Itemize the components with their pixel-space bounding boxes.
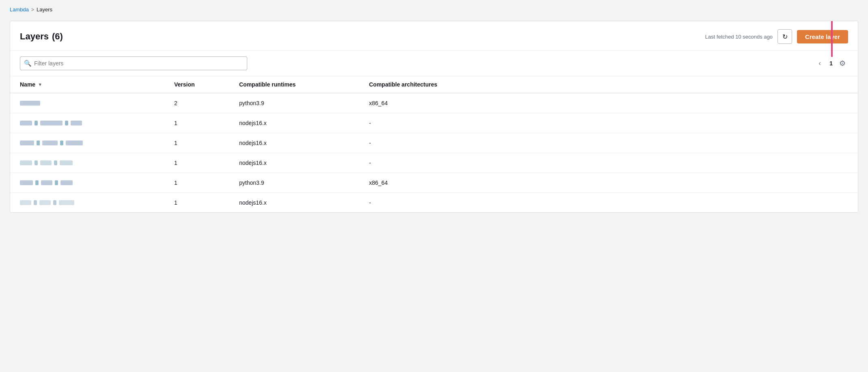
page-count: (6)	[52, 31, 63, 42]
breadcrumb-separator: >	[31, 7, 34, 13]
runtimes-cell: nodejs16.x	[229, 193, 359, 212]
table-row: 1 nodejs16.x -	[10, 153, 858, 173]
redacted-block	[54, 160, 57, 165]
redacted-name	[20, 200, 74, 205]
redacted-block	[20, 101, 40, 106]
name-cell	[10, 153, 164, 173]
breadcrumb-current: Layers	[37, 6, 52, 13]
name-cell	[10, 113, 164, 133]
create-layer-button[interactable]: Create layer	[797, 30, 848, 43]
runtimes-cell: python3.9	[229, 93, 359, 113]
last-fetched-text: Last fetched 10 seconds ago	[705, 34, 773, 40]
redacted-block	[55, 180, 58, 185]
search-input-wrapper: 🔍	[20, 56, 247, 70]
redacted-block	[65, 121, 68, 125]
redacted-block	[71, 121, 82, 125]
redacted-name	[20, 141, 83, 145]
redacted-block	[20, 121, 32, 125]
table-row: 1 python3.9 x86_64	[10, 173, 858, 193]
redacted-block	[34, 200, 37, 205]
architectures-cell: x86_64	[359, 173, 858, 192]
main-container: Layers (6) Last fetched 10 seconds ago ↻…	[10, 21, 858, 213]
search-input[interactable]	[20, 56, 247, 70]
redacted-name	[20, 121, 82, 125]
name-cell	[10, 173, 164, 192]
version-cell: 1	[164, 193, 229, 212]
breadcrumb-lambda-link[interactable]: Lambda	[10, 6, 29, 13]
layers-table: Name ▼ Version Compatible runtimes Compa…	[10, 76, 858, 212]
redacted-block	[42, 141, 58, 145]
col-header-version: Version	[164, 76, 229, 93]
runtimes-cell: python3.9	[229, 173, 359, 192]
runtimes-cell: nodejs16.x	[229, 133, 359, 153]
table-row: 1 nodejs16.x -	[10, 113, 858, 133]
redacted-block	[35, 180, 39, 185]
architectures-cell: -	[359, 113, 858, 133]
runtimes-cell: nodejs16.x	[229, 113, 359, 133]
redacted-block	[39, 200, 51, 205]
redacted-block	[40, 121, 63, 125]
table-row: 1 nodejs16.x -	[10, 193, 858, 212]
table-row: 1 nodejs16.x -	[10, 133, 858, 153]
header-right: Last fetched 10 seconds ago ↻ Create lay…	[705, 29, 848, 44]
redacted-block	[20, 160, 32, 165]
redacted-block	[20, 141, 34, 145]
page-title: Layers	[20, 31, 49, 42]
redacted-block	[66, 141, 83, 145]
architectures-cell: -	[359, 193, 858, 212]
architectures-cell: x86_64	[359, 93, 858, 113]
redacted-name	[20, 101, 40, 106]
version-cell: 1	[164, 133, 229, 153]
redacted-block	[60, 141, 63, 145]
col-header-name: Name ▼	[10, 76, 164, 93]
redacted-block	[59, 200, 74, 205]
table-header-row: Name ▼ Version Compatible runtimes Compa…	[10, 76, 858, 93]
sort-icon: ▼	[38, 82, 42, 87]
table-row: 2 python3.9 x86_64	[10, 93, 858, 113]
redacted-block	[41, 180, 52, 185]
name-cell	[10, 93, 164, 113]
table-settings-button[interactable]: ⚙	[837, 58, 848, 69]
name-cell	[10, 133, 164, 153]
redacted-block	[40, 160, 52, 165]
version-cell: 1	[164, 153, 229, 173]
redacted-name	[20, 160, 73, 165]
search-row: 🔍 ‹ 1 ⚙	[10, 51, 858, 76]
page-number: 1	[829, 60, 833, 67]
pagination-controls: ‹ 1 ⚙	[814, 58, 848, 69]
version-cell: 1	[164, 113, 229, 133]
runtimes-cell: nodejs16.x	[229, 153, 359, 173]
col-header-architectures: Compatible architectures	[359, 76, 858, 93]
breadcrumb: Lambda > Layers	[10, 6, 858, 13]
version-cell: 1	[164, 173, 229, 192]
redacted-block	[20, 200, 31, 205]
name-cell	[10, 193, 164, 212]
refresh-button[interactable]: ↻	[777, 29, 792, 44]
redacted-block	[35, 160, 38, 165]
redacted-block	[60, 160, 73, 165]
redacted-name	[20, 180, 73, 185]
redacted-block	[35, 121, 38, 125]
redacted-block	[53, 200, 56, 205]
prev-page-button[interactable]: ‹	[814, 58, 825, 69]
redacted-block	[60, 180, 73, 185]
redacted-block	[20, 180, 33, 185]
col-header-runtimes: Compatible runtimes	[229, 76, 359, 93]
header-row: Layers (6) Last fetched 10 seconds ago ↻…	[10, 21, 858, 51]
architectures-cell: -	[359, 133, 858, 153]
version-cell: 2	[164, 93, 229, 113]
architectures-cell: -	[359, 153, 858, 173]
redacted-block	[37, 141, 40, 145]
